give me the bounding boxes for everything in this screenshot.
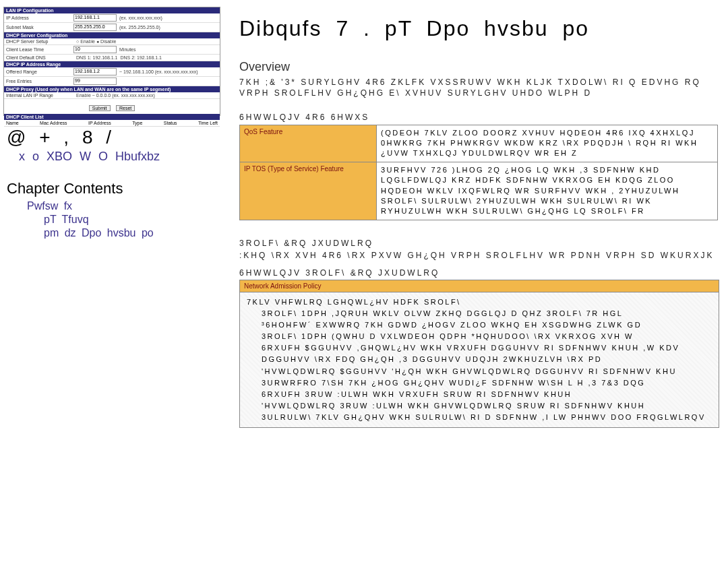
cfg-value: 192.168.1.1 (73, 14, 117, 22)
toc-item-setup[interactable]: pT Tfuvq (44, 214, 222, 226)
cfg-extra: (ex. xxx.xxx.xxx.xxx) (119, 15, 162, 20)
cfg-label: Free Entries (6, 79, 73, 84)
reset-button[interactable]: Reset (116, 105, 135, 111)
cfg-extra: DNS 2: 192.168.1.1 (121, 55, 162, 60)
policy-line: 'HVWLQDWLRQ $GGUHVV 'H¿QH WKH GHVWLQDWLR… (247, 366, 715, 377)
policy-intro: :KHQ \RX XVH 4R6 \RX PXVW GH¿QH VRPH SRO… (239, 250, 725, 261)
policy-line: 6RXUFH 3RUW :ULWH WKH VRXUFH SRUW RI SDF… (247, 389, 715, 400)
qos-feature-desc: (QDEOH 7KLV ZLOO DOORZ XVHUV HQDEOH 4R6 … (377, 125, 718, 162)
chapter-title: Dibqufs 7 . pT Dpo hvsbu po (239, 16, 725, 41)
policy-line: 3ULRULW\ 7KLV GH¿QHV WKH SULRULW\ RI D S… (247, 412, 715, 423)
cfg-extra: DNS 1: 192.168.1.1 (76, 55, 118, 60)
ip-tos-label: IP TOS (Type of Service) Feature (240, 162, 377, 220)
sidebar-subtitle: x o XBO W O Hbufxbz (19, 150, 222, 164)
cfg-value: 255.255.255.0 (73, 24, 117, 31)
submit-button[interactable]: Submit (89, 105, 111, 111)
cfg-label: Subnet Mask (6, 25, 73, 30)
cfg-label: DHCP Server Setup (6, 39, 73, 44)
toc-item-overview[interactable]: Pwfsw fx (27, 200, 222, 212)
cfg-extra: ~ 192.168.1.100 (ex. xxx.xxx.xxx.xxx) (119, 69, 198, 74)
contents-header: Chapter Contents (7, 180, 222, 197)
policy-path: 6HWWLQJV 3ROLF\ &RQ JXUDWLRQ (239, 268, 725, 278)
policy-line: 3ROLF\ 1DPH ,JQRUH WKLV OLVW ZKHQ DGGLQJ… (247, 308, 715, 319)
cfg-section-header: DHCP Proxy (Used only when LAN and WAN a… (4, 86, 220, 92)
cfg-extra: (ex. 255.255.255.0) (119, 25, 160, 30)
policy-line: 3ROLF\ 1DPH (QWHU D VXLWDEOH QDPH *HQHUD… (247, 331, 715, 342)
cfg-value: 192.168.1.2 (73, 68, 117, 75)
policy-line: 'HVWLQDWLRQ 3RUW :ULWH WKH GHVWLQDWLRQ S… (247, 400, 715, 412)
sidebar: @ + , 8 / x o XBO W O Hbufxbz Chapter Co… (7, 121, 222, 241)
cfg-extra: ○ Enable ● Disable (76, 39, 116, 44)
cfg-value: 10 (73, 46, 117, 53)
settings-path: 6HWWLQJV 4R6 6HWXS (239, 112, 725, 123)
cfg-section-header: DHCP IP Address Range (4, 61, 220, 67)
cfg-extra: Minutes (119, 47, 136, 52)
network-admission-policy-table: Network Admission Policy 7KLV VHFWLRQ LG… (239, 280, 719, 428)
cfg-label: Internal LAN IP Range (6, 93, 73, 98)
policy-line: 3URWRFRO 7\SH 7KH ¿HOG GH¿QHV WUDI¿F SDF… (247, 377, 715, 389)
overview-text: 7KH ;& '3* SURYLGHV 4R6 ZKLFK VXSSRUWV W… (239, 77, 725, 98)
cfg-label: IP Address (6, 15, 73, 20)
lan-config-thumbnail: LAN IP Configuration IP Address192.168.1… (3, 7, 220, 116)
cfg-section-header: LAN IP Configuration (4, 7, 220, 13)
cfg-value: 99 (73, 77, 117, 85)
ip-tos-desc: 3URFHVV 726 )LHOG 2Q ¿HOG LQ WKH ,3 SDFN… (377, 162, 718, 220)
toc-item-policy[interactable]: pm dz Dpo hvsbu po (44, 227, 222, 239)
overview-heading: Overview (239, 60, 725, 74)
cfg-label: Client Default DNS (6, 55, 73, 60)
policy-line: 7KLV VHFWLRQ LGHQWL¿HV HDFK SROLF\ (247, 298, 461, 306)
cfg-label: Client Lease Time (6, 47, 73, 52)
policy-line: DGGUHVV \RX FDQ GH¿QH ,3 DGGUHVV UDQJH 2… (247, 354, 715, 365)
sidebar-heading: @ + , 8 / (7, 127, 222, 148)
cfg-label: Offered Range (6, 69, 73, 74)
cfg-section-header: DHCP Client List (4, 114, 220, 120)
cfg-section-header: DHCP Server Configuration (4, 32, 220, 38)
policy-line: 6RXUFH $GGUHVV ,GHQWL¿HV WKH VRXUFH DGGU… (247, 342, 715, 354)
cfg-extra: Enable ~ 0.0.0.0 (ex. xxx.xxx.xxx.xxx) (76, 93, 155, 98)
policy-heading: 3ROLF\ &RQ JXUDWLRQ (239, 238, 725, 249)
qos-feature-label: QoS Feature (240, 125, 377, 162)
policy-table-header: Network Admission Policy (240, 280, 719, 292)
policy-line: ³6HOHFW´ EXWWRQ 7KH GDWD ¿HOGV ZLOO WKHQ… (247, 319, 715, 331)
main-content: Dibqufs 7 . pT Dpo hvsbu po Overview 7KH… (239, 16, 725, 428)
qos-feature-table: QoS Feature (QDEOH 7KLV ZLOO DOORZ XVHUV… (239, 125, 718, 220)
policy-body: 7KLV VHFWLRQ LGHQWL¿HV HDFK SROLF\ 3ROLF… (240, 292, 719, 428)
